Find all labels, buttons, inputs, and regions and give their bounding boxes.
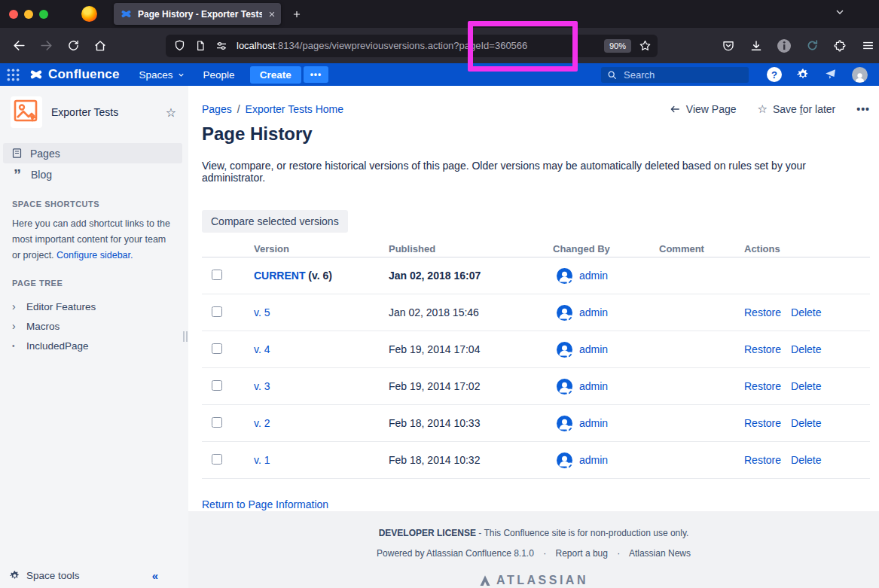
tree-item-includedpage[interactable]: • IncludedPage: [0, 336, 188, 355]
table-row: v. 3 Feb 19, 2014 17:02 admin Restore: [202, 368, 870, 405]
view-page-button[interactable]: View Page: [669, 103, 737, 115]
table-row: v. 1 Feb 18, 2014 10:32 admin Restore: [202, 442, 870, 479]
delete-link[interactable]: Delete: [791, 417, 821, 429]
list-all-tabs-chevron-icon[interactable]: [834, 6, 846, 18]
restore-link[interactable]: Restore: [744, 343, 781, 355]
back-icon[interactable]: [8, 35, 30, 57]
version-link[interactable]: v. 3: [254, 380, 270, 392]
forward-icon[interactable]: [35, 35, 57, 57]
sidebar-item-pages[interactable]: Pages: [3, 143, 182, 163]
delete-link[interactable]: Delete: [791, 343, 821, 355]
breadcrumb-pages-link[interactable]: Pages: [202, 103, 232, 115]
changed-by-link[interactable]: admin: [579, 270, 608, 282]
extensions-puzzle-icon[interactable]: [831, 39, 849, 53]
home-icon[interactable]: [89, 35, 111, 57]
page-more-button[interactable]: •••: [856, 103, 870, 115]
sidebar-item-blog[interactable]: ” Blog: [3, 164, 182, 184]
download-icon[interactable]: [747, 39, 765, 53]
restore-link[interactable]: Restore: [744, 454, 781, 466]
changed-by-link[interactable]: admin: [579, 417, 608, 429]
bookmark-star-icon[interactable]: [639, 39, 652, 52]
pocket-icon[interactable]: [719, 39, 737, 53]
header-more-button[interactable]: •••: [304, 66, 329, 83]
configure-sidebar-link[interactable]: Configure sidebar.: [56, 250, 133, 260]
published-date: Jan 02, 2018 16:07: [389, 270, 553, 282]
version-checkbox[interactable]: [212, 343, 222, 354]
space-tools-bar[interactable]: Space tools «: [0, 562, 188, 588]
firefox-icon[interactable]: [81, 6, 97, 22]
space-name[interactable]: Exporter Tests: [51, 106, 118, 118]
collapse-sidebar-icon[interactable]: «: [152, 569, 158, 582]
delete-link[interactable]: Delete: [791, 380, 821, 392]
help-icon[interactable]: ?: [767, 67, 782, 82]
version-checkbox[interactable]: [212, 417, 222, 428]
confluence-logo[interactable]: Confluence: [29, 67, 120, 82]
version-link[interactable]: v. 2: [254, 417, 270, 429]
restore-link[interactable]: Restore: [744, 380, 781, 392]
reload-icon[interactable]: [62, 35, 84, 57]
leaf-bullet-icon: •: [12, 342, 18, 350]
return-to-page-information-link[interactable]: Return to Page Information: [202, 498, 328, 510]
edit-badge-icon: [566, 425, 574, 433]
published-date: Jan 02, 2018 15:46: [389, 306, 553, 318]
nav-spaces[interactable]: Spaces: [139, 69, 185, 81]
version-link[interactable]: v. 1: [254, 454, 270, 466]
extension-grey-circle-icon[interactable]: [775, 38, 793, 53]
powered-by-text: Powered by Atlassian Confluence 8.1.0: [377, 548, 534, 559]
restore-link[interactable]: Restore: [744, 417, 781, 429]
user-avatar[interactable]: [852, 67, 868, 83]
nav-people[interactable]: People: [203, 69, 235, 81]
new-tab-button[interactable]: [291, 9, 302, 20]
version-checkbox[interactable]: [212, 306, 222, 317]
save-for-later-button[interactable]: ☆ Save for later: [758, 102, 836, 116]
space-favorite-star-icon[interactable]: ☆: [166, 105, 176, 120]
tree-item-editor-features[interactable]: › Editor Features: [0, 297, 188, 316]
browser-tab[interactable]: Page History - Exporter Tests Home: [114, 3, 281, 25]
changed-by-link[interactable]: admin: [579, 343, 608, 355]
shield-icon[interactable]: [173, 39, 186, 52]
menu-hamburger-icon[interactable]: [859, 39, 877, 52]
breadcrumb-home-link[interactable]: Exporter Tests Home: [246, 103, 343, 115]
restore-link[interactable]: Restore: [744, 306, 781, 318]
version-link[interactable]: v. 4: [254, 343, 270, 355]
app-switcher-grid-icon[interactable]: [6, 68, 20, 82]
url-bar[interactable]: localhost:8134/pages/viewpreviousversion…: [166, 35, 658, 57]
search-input[interactable]: [622, 69, 743, 81]
delete-link[interactable]: Delete: [791, 454, 821, 466]
close-tab-icon[interactable]: [268, 11, 276, 18]
changed-by: admin: [553, 342, 659, 358]
permissions-icon[interactable]: [215, 39, 228, 53]
close-window-button[interactable]: [9, 10, 18, 19]
arrow-left-icon: [669, 104, 681, 114]
expand-chevron-icon[interactable]: ›: [12, 320, 18, 332]
atlassian-news-link[interactable]: Atlassian News: [629, 548, 691, 559]
maximize-window-button[interactable]: [39, 10, 48, 19]
version-link[interactable]: v. 5: [254, 306, 270, 318]
search-box[interactable]: [601, 67, 749, 83]
space-tools-label: Space tools: [26, 570, 80, 581]
changed-by-link[interactable]: admin: [579, 306, 608, 318]
version-checkbox[interactable]: [212, 380, 222, 391]
page-info-icon[interactable]: [194, 40, 206, 52]
zoom-level-badge[interactable]: 90%: [604, 39, 631, 53]
version-checkbox[interactable]: [212, 454, 222, 465]
create-button[interactable]: Create: [250, 66, 301, 84]
report-a-bug-link[interactable]: Report a bug: [556, 548, 608, 559]
extension-teal-swirl-icon[interactable]: [803, 38, 821, 53]
blog-quote-icon: ”: [11, 171, 23, 178]
compare-selected-versions-button[interactable]: Compare selected versions: [202, 210, 348, 233]
delete-link[interactable]: Delete: [791, 306, 821, 318]
minimize-window-button[interactable]: [24, 10, 33, 19]
space-logo-icon[interactable]: [11, 96, 42, 128]
version-checkbox[interactable]: [212, 270, 222, 280]
version-link[interactable]: CURRENT: [254, 270, 305, 282]
sidebar-resize-grip[interactable]: [183, 331, 188, 342]
expand-chevron-icon[interactable]: ›: [12, 300, 18, 312]
changed-by-link[interactable]: admin: [579, 380, 608, 392]
version-history-table: Version Published Changed By Comment Act…: [202, 240, 870, 479]
announcements-flag-icon[interactable]: [824, 68, 838, 81]
changed-by-link[interactable]: admin: [579, 454, 608, 466]
admin-gear-icon[interactable]: [796, 68, 810, 81]
tree-item-macros[interactable]: › Macros: [0, 316, 188, 336]
search-icon: [607, 70, 617, 80]
